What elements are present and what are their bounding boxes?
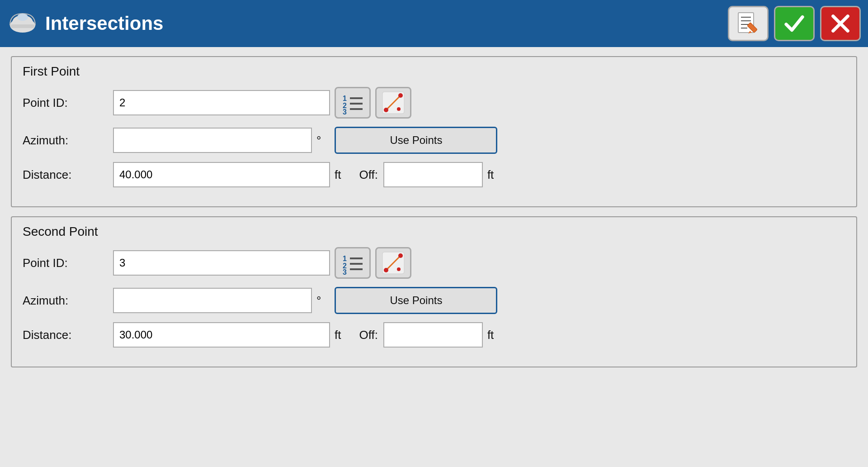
second-azimuth-unit: ° [316,294,321,308]
first-distance-unit: ft [335,168,341,182]
first-off-input[interactable] [383,162,483,187]
cancel-button[interactable] [820,6,861,41]
first-point-id-label: Point ID: [23,96,113,110]
svg-point-2 [17,14,28,21]
svg-text:1: 1 [343,255,347,262]
second-distance-unit: ft [335,328,341,342]
first-azimuth-input[interactable] [113,128,312,153]
svg-point-31 [384,268,388,272]
first-distance-label: Distance: [23,168,113,182]
svg-point-32 [398,253,403,258]
header-buttons [728,6,861,41]
svg-point-33 [397,267,401,271]
first-point-id-row: Point ID: 1 2 3 [23,87,845,119]
second-off-input[interactable] [383,322,483,348]
app-title: Intersections [45,13,163,34]
first-point-list-button[interactable]: 1 2 3 [335,87,371,119]
svg-point-20 [384,108,388,112]
first-point-section: First Point Point ID: 1 2 3 [11,56,857,207]
second-off-unit: ft [487,328,494,342]
second-point-list-button[interactable]: 1 2 3 [335,247,371,279]
first-point-title: First Point [23,64,845,79]
second-point-id-input[interactable] [113,250,330,276]
first-distance-row: Distance: ft Off: ft [23,162,845,187]
second-azimuth-input[interactable] [113,288,312,313]
first-azimuth-unit: ° [316,133,321,148]
svg-text:1: 1 [343,95,347,102]
header-left: Intersections [7,8,163,39]
first-azimuth-label: Azimuth: [23,133,113,148]
second-point-map-button[interactable] [375,247,411,279]
ok-button[interactable] [774,6,815,41]
second-azimuth-label: Azimuth: [23,294,113,308]
second-off-label: Off: [359,328,377,342]
first-off-label: Off: [359,168,377,182]
first-point-map-button[interactable] [375,87,411,119]
second-point-section: Second Point Point ID: 1 2 3 [11,216,857,367]
notes-button[interactable] [728,6,769,41]
first-point-id-input[interactable] [113,90,330,115]
second-azimuth-row: Azimuth: ° Use Points [23,287,845,314]
second-point-title: Second Point [23,224,845,239]
notes-icon [735,10,762,37]
second-distance-input[interactable] [113,322,330,348]
second-distance-row: Distance: ft Off: ft [23,322,845,348]
svg-point-22 [397,107,401,111]
second-use-points-button[interactable]: Use Points [335,287,497,314]
map-pick-icon [382,91,405,114]
app-logo [7,8,38,39]
x-icon [828,11,853,36]
svg-text:3: 3 [343,108,347,114]
list-icon: 1 2 3 [341,91,364,114]
app-header: Intersections [0,0,868,47]
first-azimuth-row: Azimuth: ° Use Points [23,127,845,154]
first-distance-input[interactable] [113,162,330,187]
map-pick-icon-2 [382,251,405,275]
list-icon-2: 1 2 3 [341,251,364,275]
svg-text:3: 3 [343,268,347,275]
checkmark-icon [782,11,807,36]
first-off-unit: ft [487,168,494,182]
second-distance-label: Distance: [23,328,113,342]
second-point-id-row: Point ID: 1 2 3 [23,247,845,279]
second-point-id-label: Point ID: [23,256,113,270]
first-use-points-button[interactable]: Use Points [335,127,497,154]
main-content: First Point Point ID: 1 2 3 [0,47,868,467]
svg-point-21 [398,93,403,98]
svg-rect-1 [11,24,34,28]
